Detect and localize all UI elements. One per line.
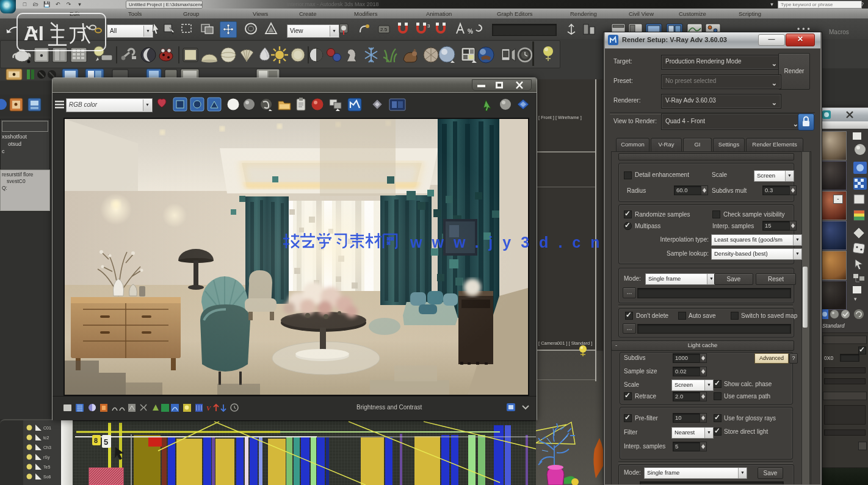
- view-to-render-dropdown[interactable]: Quad 4 - Front⌄: [661, 113, 803, 130]
- vfb-red-sphere-icon[interactable]: [312, 99, 324, 110]
- vfb-compare-icon[interactable]: [330, 99, 341, 111]
- project-folder-field[interactable]: Untitled Project | E:\3dsmax\scenes: [126, 1, 203, 9]
- render-production-icon[interactable]: [502, 49, 515, 61]
- irmap-save-button[interactable]: Save: [714, 273, 753, 285]
- video-color-check-icon[interactable]: [854, 210, 864, 220]
- workspace-dropdown-icon[interactable]: ▾: [76, 1, 84, 7]
- select-and-manipulate-icon[interactable]: [357, 21, 372, 37]
- subdivs-mult-spinner[interactable]: 0.3: [762, 185, 796, 195]
- keyboard-override-icon[interactable]: 2.5: [377, 22, 391, 37]
- vfb-folder-icon[interactable]: [278, 101, 291, 110]
- left-panel-selected-item[interactable]: resursttif flore svestC0 Q:: [0, 170, 50, 211]
- vfb-render-last-icon[interactable]: [518, 99, 529, 109]
- dialog-scroll-thumb[interactable]: [803, 267, 808, 328]
- sphere-primitive-icon[interactable]: [221, 48, 236, 62]
- irradiance-rollout-stub[interactable]: [618, 153, 794, 160]
- lc-store-direct-checkbox[interactable]: [714, 428, 722, 436]
- tab-vray[interactable]: V-Ray: [651, 138, 682, 152]
- infocenter-search-input[interactable]: Type keyword or phrase: [778, 1, 862, 9]
- spheres-pair-icon[interactable]: [327, 49, 341, 62]
- sample-uv-tiling-icon[interactable]: [854, 195, 864, 204]
- new-scene-icon[interactable]: □: [21, 1, 29, 7]
- radius-spinner[interactable]: 60.0: [674, 185, 707, 195]
- select-by-material-icon[interactable]: [855, 259, 863, 270]
- viewport-gap[interactable]: [ Front ] [ Wireframe ] [ Camera001 ] [ …: [536, 79, 604, 485]
- vfb-stop-icon[interactable]: [500, 99, 511, 110]
- dialog-title-bar[interactable]: Render Setup: V-Ray Adv 3.60.03 — ✕: [604, 32, 822, 49]
- redo-icon[interactable]: ↷: [65, 1, 73, 7]
- vfb-toolbar-icons[interactable]: [151, 96, 493, 113]
- utilities-icon[interactable]: [121, 49, 136, 60]
- explorer-item[interactable]: tc2: [43, 436, 49, 440]
- lc-camera-path-checkbox[interactable]: [714, 392, 722, 400]
- mated-menu-bar[interactable]: [820, 121, 868, 129]
- viewport-label-top[interactable]: [ Front ] [ Wireframe ]: [538, 115, 582, 120]
- checker-ball-icon[interactable]: [309, 48, 323, 62]
- snowflake-icon[interactable]: [365, 48, 377, 62]
- vfb-corner-icons[interactable]: [505, 403, 532, 412]
- lc-retrace-checkbox[interactable]: [624, 392, 632, 400]
- switch-to-saved-checkbox[interactable]: [731, 312, 739, 320]
- vfb-channel-buttons[interactable]: [173, 98, 221, 111]
- select-and-rotate-icon[interactable]: [243, 21, 259, 37]
- select-object-icon[interactable]: [151, 23, 161, 35]
- chess-piece-icon[interactable]: [347, 49, 356, 62]
- save-file-icon[interactable]: 💾: [43, 1, 51, 7]
- menu-create[interactable]: Create: [299, 10, 317, 17]
- menu-animation[interactable]: Animation: [426, 10, 452, 17]
- maximize-icon[interactable]: [497, 84, 501, 87]
- lc-filter-dropdown[interactable]: Nearest▼: [671, 427, 714, 439]
- scale-dropdown[interactable]: Screen▼: [754, 170, 794, 182]
- lc-file-field[interactable]: [640, 481, 784, 485]
- vfb-gray-sphere-icon[interactable]: [244, 99, 255, 110]
- explorer-item[interactable]: So6: [43, 475, 51, 479]
- geosphere-icon[interactable]: [424, 48, 438, 62]
- dialog-scrollbar[interactable]: [801, 151, 810, 485]
- plane-primitive-icon[interactable]: [183, 48, 198, 62]
- dialog-minimize-button[interactable]: —: [758, 34, 785, 46]
- options-icon[interactable]: [853, 243, 865, 254]
- interpolation-type-dropdown[interactable]: Least squares fit (good/sm▼: [711, 234, 802, 246]
- interp-samples-spinner[interactable]: 15: [762, 221, 796, 231]
- lc-scale-dropdown[interactable]: Screen▼: [671, 379, 714, 391]
- tab-render-elements[interactable]: Render Elements: [746, 138, 803, 152]
- lc-glossy-checkbox[interactable]: [714, 414, 722, 422]
- target-dropdown[interactable]: Production Rendering Mode⌄: [661, 55, 781, 70]
- material-navigator-icon[interactable]: [853, 274, 864, 282]
- creature-icon[interactable]: [403, 49, 417, 62]
- auto-save-checkbox[interactable]: [678, 312, 686, 320]
- sample-type-icon[interactable]: [855, 144, 866, 155]
- lc-prefilter-checkbox[interactable]: [624, 414, 632, 422]
- explorer-item[interactable]: Te5: [43, 465, 50, 469]
- exposure-icon[interactable]: [183, 404, 191, 412]
- select-and-move-button[interactable]: [220, 21, 237, 38]
- vfb-white-sphere-icon[interactable]: [228, 99, 239, 110]
- top-viewport-wireframe[interactable]: 8 5: [73, 419, 536, 485]
- close-icon[interactable]: [516, 82, 523, 88]
- tab-common[interactable]: Common: [616, 138, 649, 152]
- ladybug-icon[interactable]: [159, 49, 173, 61]
- clock-icon[interactable]: [518, 48, 532, 62]
- render-setup-icon[interactable]: [461, 48, 477, 63]
- vfb-diamond-icon[interactable]: [372, 99, 382, 109]
- advanced-mode-toggle[interactable]: Advanced: [754, 353, 789, 364]
- vfb-history-icon[interactable]: [389, 99, 405, 110]
- vfb-max-icon[interactable]: [348, 98, 361, 111]
- minimize-icon[interactable]: [477, 85, 485, 87]
- menu-customize[interactable]: Customize: [679, 10, 706, 17]
- menu-modifiers[interactable]: Modifiers: [354, 10, 378, 17]
- viewport-lock-button[interactable]: [798, 113, 814, 131]
- detail-enhancement-checkbox[interactable]: [624, 171, 632, 179]
- reference-coordinate-dropdown[interactable]: View▼: [287, 24, 339, 38]
- select-and-scale-icon[interactable]: [264, 21, 278, 37]
- irmap-browse-button[interactable]: ...: [623, 287, 636, 298]
- vfb-swirl-icon[interactable]: [261, 99, 272, 111]
- vfb-cc-icons[interactable]: V: [63, 403, 344, 414]
- lc-interp-samples-spinner[interactable]: 5: [673, 442, 706, 451]
- mated-minus-button[interactable]: -: [833, 195, 843, 204]
- explorer-item[interactable]: rSy: [43, 455, 50, 460]
- mated-title-bar[interactable]: [820, 108, 868, 121]
- autosave-browse-button[interactable]: ...: [623, 323, 636, 334]
- menu-rendering[interactable]: Rendering: [570, 10, 597, 17]
- rendered-frame-icon[interactable]: [478, 47, 494, 63]
